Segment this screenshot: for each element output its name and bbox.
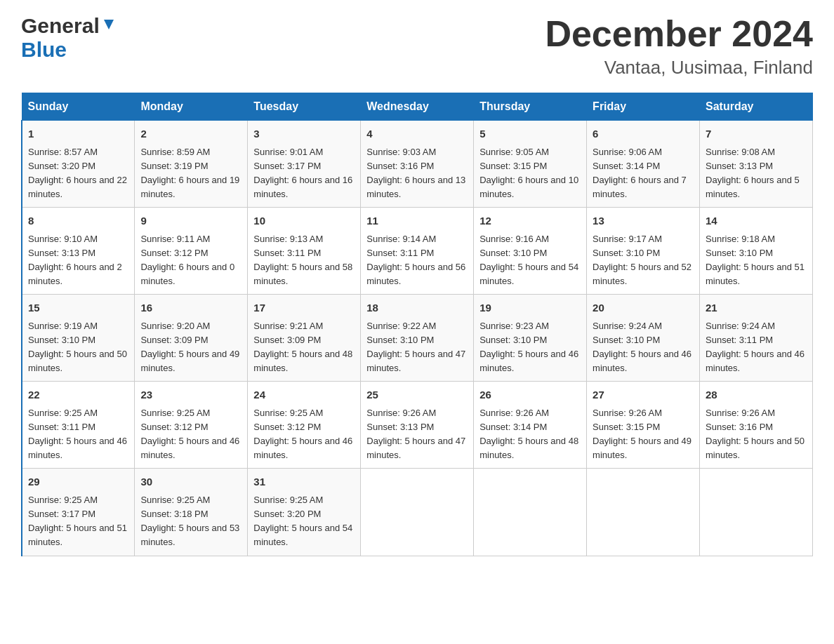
day-number: 30: [140, 474, 241, 490]
calendar-week-row: 22Sunrise: 9:25 AMSunset: 3:11 PMDayligh…: [22, 382, 813, 469]
day-number: 31: [253, 474, 355, 490]
day-number: 10: [253, 213, 355, 229]
day-info: Sunrise: 9:25 AMSunset: 3:18 PMDaylight:…: [140, 493, 241, 550]
calendar-cell: 30Sunrise: 9:25 AMSunset: 3:18 PMDayligh…: [135, 469, 248, 556]
day-number: 8: [28, 213, 128, 229]
column-header-wednesday: Wednesday: [361, 93, 474, 121]
calendar-cell: 13Sunrise: 9:17 AMSunset: 3:10 PMDayligh…: [587, 208, 700, 295]
column-header-tuesday: Tuesday: [248, 93, 361, 121]
day-number: 25: [366, 387, 468, 403]
day-number: 9: [140, 213, 241, 229]
calendar-cell: 16Sunrise: 9:20 AMSunset: 3:09 PMDayligh…: [135, 295, 248, 382]
day-info: Sunrise: 9:24 AMSunset: 3:11 PMDaylight:…: [706, 319, 807, 376]
day-info: Sunrise: 9:20 AMSunset: 3:09 PMDaylight:…: [140, 319, 241, 376]
calendar-week-row: 8Sunrise: 9:10 AMSunset: 3:13 PMDaylight…: [22, 208, 813, 295]
day-number: 17: [253, 300, 355, 316]
calendar-cell: 4Sunrise: 9:03 AMSunset: 3:16 PMDaylight…: [361, 121, 474, 208]
calendar-week-row: 1Sunrise: 8:57 AMSunset: 3:20 PMDaylight…: [22, 121, 813, 208]
day-number: 16: [140, 300, 241, 316]
day-info: Sunrise: 9:01 AMSunset: 3:17 PMDaylight:…: [253, 145, 355, 202]
day-number: 23: [140, 387, 241, 403]
calendar-cell: 27Sunrise: 9:26 AMSunset: 3:15 PMDayligh…: [587, 382, 700, 469]
day-number: 14: [706, 213, 807, 229]
day-info: Sunrise: 9:14 AMSunset: 3:11 PMDaylight:…: [366, 232, 468, 289]
day-number: 27: [593, 387, 694, 403]
column-header-saturday: Saturday: [700, 93, 813, 121]
day-info: Sunrise: 9:19 AMSunset: 3:10 PMDaylight:…: [28, 319, 128, 376]
day-info: Sunrise: 9:25 AMSunset: 3:12 PMDaylight:…: [253, 406, 355, 463]
day-number: 29: [28, 474, 128, 490]
calendar-cell: 22Sunrise: 9:25 AMSunset: 3:11 PMDayligh…: [22, 382, 135, 469]
calendar-cell: 26Sunrise: 9:26 AMSunset: 3:14 PMDayligh…: [474, 382, 587, 469]
day-info: Sunrise: 9:25 AMSunset: 3:11 PMDaylight:…: [28, 406, 128, 463]
day-number: 26: [479, 387, 581, 403]
day-info: Sunrise: 9:26 AMSunset: 3:15 PMDaylight:…: [593, 406, 694, 463]
calendar-cell: [361, 469, 474, 556]
day-number: 5: [479, 126, 581, 142]
day-info: Sunrise: 9:26 AMSunset: 3:13 PMDaylight:…: [366, 406, 468, 463]
day-number: 1: [28, 126, 128, 142]
day-number: 19: [479, 300, 581, 316]
column-header-sunday: Sunday: [22, 93, 135, 121]
calendar-cell: 10Sunrise: 9:13 AMSunset: 3:11 PMDayligh…: [248, 208, 361, 295]
day-info: Sunrise: 9:25 AMSunset: 3:12 PMDaylight:…: [140, 406, 241, 463]
day-info: Sunrise: 9:05 AMSunset: 3:15 PMDaylight:…: [479, 145, 581, 202]
calendar-cell: 2Sunrise: 8:59 AMSunset: 3:19 PMDaylight…: [135, 121, 248, 208]
calendar-cell: 19Sunrise: 9:23 AMSunset: 3:10 PMDayligh…: [474, 295, 587, 382]
column-header-friday: Friday: [587, 93, 700, 121]
day-info: Sunrise: 8:59 AMSunset: 3:19 PMDaylight:…: [140, 145, 241, 202]
day-info: Sunrise: 9:16 AMSunset: 3:10 PMDaylight:…: [479, 232, 581, 289]
location-subtitle: Vantaa, Uusimaa, Finland: [545, 57, 813, 79]
column-header-thursday: Thursday: [474, 93, 587, 121]
calendar-header-row: SundayMondayTuesdayWednesdayThursdayFrid…: [22, 93, 813, 121]
calendar-cell: [474, 469, 587, 556]
day-number: 13: [593, 213, 694, 229]
day-info: Sunrise: 9:18 AMSunset: 3:10 PMDaylight:…: [706, 232, 807, 289]
calendar-cell: 6Sunrise: 9:06 AMSunset: 3:14 PMDaylight…: [587, 121, 700, 208]
day-number: 28: [706, 387, 807, 403]
day-number: 3: [253, 126, 355, 142]
day-info: Sunrise: 9:08 AMSunset: 3:13 PMDaylight:…: [706, 145, 807, 202]
day-info: Sunrise: 9:26 AMSunset: 3:14 PMDaylight:…: [479, 406, 581, 463]
calendar-cell: 11Sunrise: 9:14 AMSunset: 3:11 PMDayligh…: [361, 208, 474, 295]
day-info: Sunrise: 9:22 AMSunset: 3:10 PMDaylight:…: [366, 319, 468, 376]
calendar-cell: [587, 469, 700, 556]
logo-arrow-icon: [101, 17, 117, 35]
day-info: Sunrise: 9:25 AMSunset: 3:17 PMDaylight:…: [28, 493, 128, 550]
calendar-cell: 28Sunrise: 9:26 AMSunset: 3:16 PMDayligh…: [700, 382, 813, 469]
calendar-cell: 9Sunrise: 9:11 AMSunset: 3:12 PMDaylight…: [135, 208, 248, 295]
day-number: 20: [593, 300, 694, 316]
calendar-cell: 21Sunrise: 9:24 AMSunset: 3:11 PMDayligh…: [700, 295, 813, 382]
day-info: Sunrise: 9:13 AMSunset: 3:11 PMDaylight:…: [253, 232, 355, 289]
day-number: 11: [366, 213, 468, 229]
day-number: 24: [253, 387, 355, 403]
day-number: 12: [479, 213, 581, 229]
calendar-cell: [700, 469, 813, 556]
calendar-cell: 17Sunrise: 9:21 AMSunset: 3:09 PMDayligh…: [248, 295, 361, 382]
day-info: Sunrise: 9:23 AMSunset: 3:10 PMDaylight:…: [479, 319, 581, 376]
calendar-cell: 3Sunrise: 9:01 AMSunset: 3:17 PMDaylight…: [248, 121, 361, 208]
day-number: 2: [140, 126, 241, 142]
day-info: Sunrise: 9:11 AMSunset: 3:12 PMDaylight:…: [140, 232, 241, 289]
calendar-cell: 1Sunrise: 8:57 AMSunset: 3:20 PMDaylight…: [22, 121, 135, 208]
page-header: General Blue December 2024 Vantaa, Uusim…: [21, 14, 813, 79]
day-number: 7: [706, 126, 807, 142]
day-number: 21: [706, 300, 807, 316]
day-info: Sunrise: 9:26 AMSunset: 3:16 PMDaylight:…: [706, 406, 807, 463]
calendar-cell: 12Sunrise: 9:16 AMSunset: 3:10 PMDayligh…: [474, 208, 587, 295]
calendar-cell: 31Sunrise: 9:25 AMSunset: 3:20 PMDayligh…: [248, 469, 361, 556]
day-number: 4: [366, 126, 468, 142]
calendar-cell: 8Sunrise: 9:10 AMSunset: 3:13 PMDaylight…: [22, 208, 135, 295]
title-section: December 2024 Vantaa, Uusimaa, Finland: [545, 14, 813, 79]
calendar-cell: 18Sunrise: 9:22 AMSunset: 3:10 PMDayligh…: [361, 295, 474, 382]
calendar-cell: 23Sunrise: 9:25 AMSunset: 3:12 PMDayligh…: [135, 382, 248, 469]
calendar-cell: 15Sunrise: 9:19 AMSunset: 3:10 PMDayligh…: [22, 295, 135, 382]
day-info: Sunrise: 9:06 AMSunset: 3:14 PMDaylight:…: [593, 145, 694, 202]
day-info: Sunrise: 9:10 AMSunset: 3:13 PMDaylight:…: [28, 232, 128, 289]
calendar-week-row: 15Sunrise: 9:19 AMSunset: 3:10 PMDayligh…: [22, 295, 813, 382]
day-number: 6: [593, 126, 694, 142]
day-info: Sunrise: 9:21 AMSunset: 3:09 PMDaylight:…: [253, 319, 355, 376]
calendar-cell: 7Sunrise: 9:08 AMSunset: 3:13 PMDaylight…: [700, 121, 813, 208]
calendar-cell: 29Sunrise: 9:25 AMSunset: 3:17 PMDayligh…: [22, 469, 135, 556]
calendar-cell: 25Sunrise: 9:26 AMSunset: 3:13 PMDayligh…: [361, 382, 474, 469]
